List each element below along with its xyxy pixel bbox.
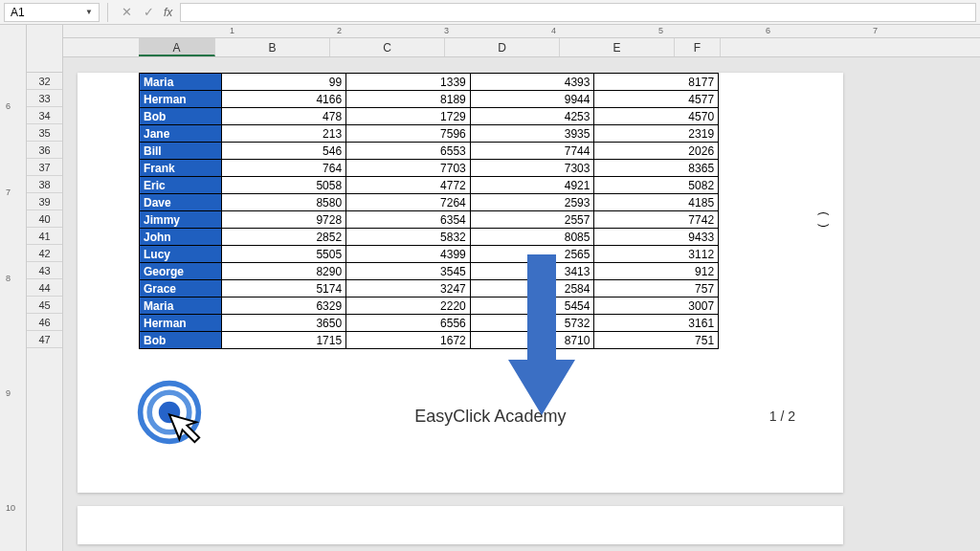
name-cell[interactable]: Maria <box>140 74 222 91</box>
table-row[interactable]: Dave8580726425934185 <box>140 194 768 211</box>
data-cell[interactable]: 1339 <box>346 74 471 91</box>
data-cell[interactable]: 7264 <box>346 194 471 211</box>
name-cell[interactable]: Dave <box>140 194 222 211</box>
data-cell[interactable]: 3545 <box>346 263 471 280</box>
name-box[interactable]: A1 ▼ <box>4 3 100 22</box>
table-row[interactable]: Jimmy9728635425577742 <box>140 211 768 229</box>
data-cell[interactable]: 8177 <box>594 74 719 91</box>
data-cell[interactable]: 2319 <box>594 125 719 143</box>
name-cell[interactable]: Bill <box>140 143 222 160</box>
column-header[interactable]: D <box>445 38 560 56</box>
data-cell[interactable]: 546 <box>222 143 346 160</box>
formula-input[interactable] <box>180 3 976 22</box>
data-cell[interactable]: 4921 <box>470 177 594 194</box>
data-cell[interactable]: 3161 <box>594 315 719 332</box>
data-cell[interactable]: 3247 <box>346 280 471 298</box>
data-cell[interactable]: 6556 <box>346 315 471 332</box>
table-row[interactable]: Lucy5505439925653112 <box>140 246 768 263</box>
data-cell[interactable]: 2852 <box>222 229 346 246</box>
data-cell[interactable]: 4577 <box>594 91 719 108</box>
table-row[interactable]: Jane213759639352319 <box>140 125 768 143</box>
data-cell[interactable]: 4253 <box>470 108 594 125</box>
row-header[interactable]: 43 <box>27 262 62 279</box>
column-header[interactable]: C <box>330 38 445 56</box>
column-header[interactable]: F <box>675 38 721 56</box>
data-cell[interactable]: 7596 <box>346 125 471 143</box>
table-row[interactable]: Bob478172942534570 <box>140 108 768 125</box>
data-cell[interactable]: 9944 <box>470 91 594 108</box>
row-header[interactable]: 47 <box>27 331 62 348</box>
page-1[interactable]: Maria99133943938177Herman416681899944457… <box>78 73 843 493</box>
data-cell[interactable]: 2565 <box>470 246 594 263</box>
row-header[interactable]: 42 <box>27 245 62 262</box>
page-2[interactable] <box>78 506 843 544</box>
data-cell[interactable]: 7703 <box>346 160 471 177</box>
name-cell[interactable]: Eric <box>140 177 222 194</box>
name-cell[interactable]: John <box>140 229 222 246</box>
data-cell[interactable]: 3413 <box>470 263 594 280</box>
data-cell[interactable]: 9433 <box>594 229 719 246</box>
data-cell[interactable]: 7744 <box>470 143 594 160</box>
name-cell[interactable]: Jimmy <box>140 211 222 229</box>
name-cell[interactable]: Bob <box>140 332 222 349</box>
data-cell[interactable]: 4570 <box>594 108 719 125</box>
table-row[interactable]: George829035453413912 <box>140 263 768 280</box>
table-row[interactable]: Herman3650655657323161 <box>140 315 768 332</box>
name-cell[interactable]: Lucy <box>140 246 222 263</box>
data-cell[interactable]: 6354 <box>346 211 471 229</box>
data-cell[interactable]: 1715 <box>222 332 346 349</box>
name-cell[interactable]: Maria <box>140 298 222 315</box>
row-header[interactable]: 36 <box>27 142 62 159</box>
data-table[interactable]: Maria99133943938177Herman416681899944457… <box>139 73 768 349</box>
data-cell[interactable]: 2557 <box>470 211 594 229</box>
row-header[interactable]: 45 <box>27 297 62 314</box>
data-cell[interactable]: 8290 <box>222 263 346 280</box>
row-header[interactable]: 39 <box>27 193 62 210</box>
row-header[interactable]: 41 <box>27 228 62 245</box>
data-cell[interactable]: 4399 <box>346 246 471 263</box>
data-cell[interactable]: 2593 <box>470 194 594 211</box>
row-header[interactable]: 32 <box>27 73 62 90</box>
table-row[interactable]: Maria6329222054543007 <box>140 298 768 315</box>
table-row[interactable]: Frank764770373038365 <box>140 160 768 177</box>
data-cell[interactable]: 8365 <box>594 160 719 177</box>
row-header[interactable]: 38 <box>27 176 62 193</box>
row-header[interactable]: 46 <box>27 314 62 331</box>
table-row[interactable]: John2852583280859433 <box>140 229 768 246</box>
data-cell[interactable]: 3007 <box>594 298 719 315</box>
data-cell[interactable]: 2584 <box>470 280 594 298</box>
data-cell[interactable]: 9728 <box>222 211 346 229</box>
column-header[interactable]: B <box>215 38 330 56</box>
data-cell[interactable]: 8189 <box>346 91 471 108</box>
row-header[interactable]: 44 <box>27 279 62 297</box>
row-header[interactable]: 37 <box>27 159 62 176</box>
data-cell[interactable]: 478 <box>222 108 346 125</box>
table-row[interactable]: Bill546655377442026 <box>140 143 768 160</box>
data-cell[interactable]: 99 <box>222 74 346 91</box>
data-cell[interactable]: 1672 <box>346 332 471 349</box>
table-row[interactable]: Maria99133943938177 <box>140 74 768 91</box>
data-cell[interactable]: 4772 <box>346 177 471 194</box>
data-cell[interactable]: 5058 <box>222 177 346 194</box>
data-cell[interactable]: 757 <box>594 280 719 298</box>
data-cell[interactable]: 4185 <box>594 194 719 211</box>
table-row[interactable]: Bob171516728710751 <box>140 332 768 349</box>
data-cell[interactable]: 5082 <box>594 177 719 194</box>
data-cell[interactable]: 6553 <box>346 143 471 160</box>
table-row[interactable]: Eric5058477249215082 <box>140 177 768 194</box>
row-header[interactable]: 34 <box>27 107 62 124</box>
data-cell[interactable]: 3935 <box>470 125 594 143</box>
data-cell[interactable]: 8580 <box>222 194 346 211</box>
column-header[interactable]: E <box>560 38 675 56</box>
data-cell[interactable]: 8710 <box>470 332 594 349</box>
row-header[interactable]: 33 <box>27 90 62 107</box>
row-header[interactable]: 40 <box>27 210 62 228</box>
data-cell[interactable]: 7303 <box>470 160 594 177</box>
name-cell[interactable]: Jane <box>140 125 222 143</box>
name-cell[interactable]: Frank <box>140 160 222 177</box>
data-cell[interactable]: 5832 <box>346 229 471 246</box>
data-cell[interactable]: 3650 <box>222 315 346 332</box>
data-cell[interactable]: 5732 <box>470 315 594 332</box>
data-cell[interactable]: 751 <box>594 332 719 349</box>
name-cell[interactable]: George <box>140 263 222 280</box>
